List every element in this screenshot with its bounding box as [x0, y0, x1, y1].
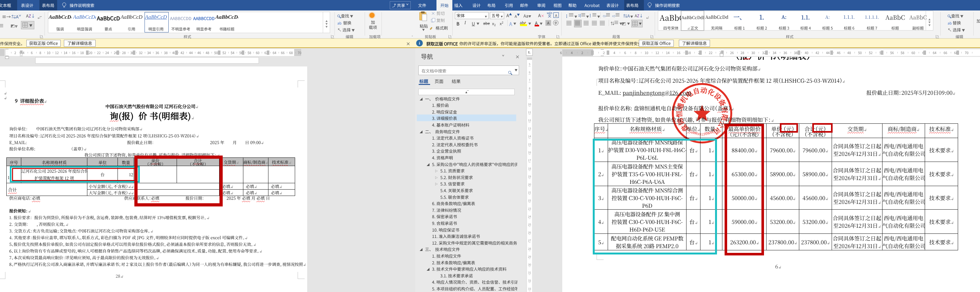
svg-text:2112000012345678: 2112000012345678	[687, 127, 714, 136]
